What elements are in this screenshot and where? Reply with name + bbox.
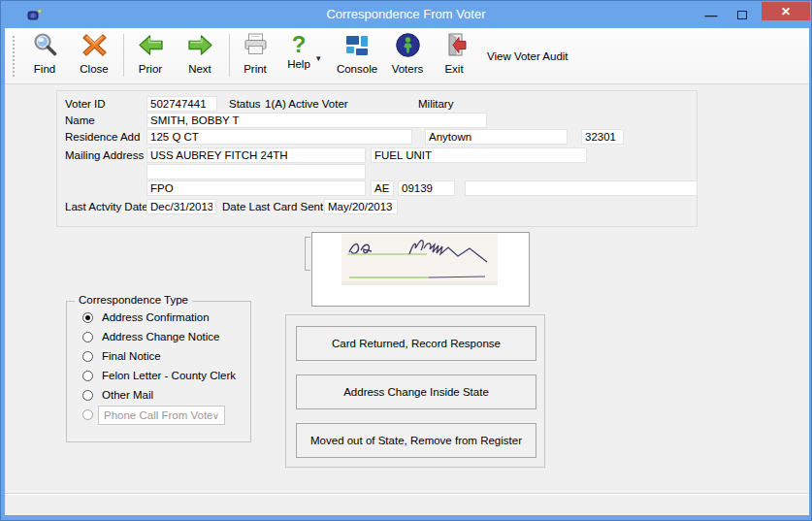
exit-door-icon xyxy=(441,32,468,62)
close-label: Close xyxy=(80,63,108,75)
address-change-inside-state-button[interactable]: Address Change Inside State xyxy=(296,374,536,409)
find-label: Find xyxy=(34,63,55,75)
signature-image xyxy=(312,233,529,306)
residence-street-input[interactable] xyxy=(146,129,412,145)
signature-frame-edge xyxy=(305,237,310,271)
radio-felon-letter[interactable]: Felon Letter - County Clerk xyxy=(82,370,236,381)
next-button[interactable]: Next xyxy=(178,28,222,83)
console-tiles-icon xyxy=(344,32,371,62)
last-activity-input[interactable] xyxy=(146,199,216,214)
voters-button[interactable]: Voters xyxy=(385,28,430,83)
military-label: Military xyxy=(418,98,453,110)
printer-icon xyxy=(243,32,269,62)
mailing-zip-input[interactable] xyxy=(398,180,455,196)
toolbar: Find Close Pri xyxy=(5,28,809,84)
maximize-button[interactable] xyxy=(730,7,755,22)
name-input[interactable] xyxy=(146,113,487,128)
close-button[interactable]: Close xyxy=(71,28,117,83)
maximize-icon xyxy=(737,11,747,19)
prior-button[interactable]: Prior xyxy=(128,28,173,83)
help-button[interactable]: ? Help xyxy=(279,28,318,83)
radio-other-mail[interactable]: Other Mail xyxy=(82,389,153,401)
radio-icon xyxy=(82,351,93,362)
radio-icon xyxy=(82,371,93,381)
correspondence-type-legend: Correspondence Type xyxy=(75,294,192,306)
radio-label: Felon Letter - County Clerk xyxy=(102,370,236,381)
bottom-divider xyxy=(5,493,809,495)
radio-final-notice[interactable]: Final Notice xyxy=(82,350,161,362)
toolbar-grip[interactable] xyxy=(13,36,15,77)
minimize-button[interactable]: — xyxy=(698,7,724,22)
name-label: Name xyxy=(65,114,95,126)
moved-out-of-state-button[interactable]: Moved out of State, Remove from Register xyxy=(296,423,536,458)
voters-icon xyxy=(395,32,421,62)
next-arrow-icon xyxy=(187,32,213,62)
radio-icon xyxy=(82,312,93,323)
view-voter-audit-label[interactable]: View Voter Audit xyxy=(487,50,568,62)
radio-label: Address Change Notice xyxy=(102,331,219,342)
toolbar-separator xyxy=(123,34,124,77)
print-label: Print xyxy=(244,63,267,75)
window-title: Correspondence From Voter xyxy=(1,7,811,21)
mailing-line1-input[interactable] xyxy=(146,147,366,163)
chevron-down-icon: ∨ xyxy=(212,410,219,421)
help-label: Help xyxy=(287,58,310,70)
voter-id-input[interactable] xyxy=(146,96,217,112)
prior-label: Prior xyxy=(139,63,162,75)
exit-button[interactable]: Exit xyxy=(433,28,475,83)
radio-icon xyxy=(82,390,93,401)
status-label: Status xyxy=(229,98,261,110)
residence-label: Residence Add xyxy=(65,131,140,143)
voters-label: Voters xyxy=(392,63,424,75)
radio-label: Final Notice xyxy=(102,350,161,362)
prior-arrow-icon xyxy=(138,32,164,62)
combo-value: Phone Call From Vote xyxy=(104,409,212,421)
print-button[interactable]: Print xyxy=(233,28,277,83)
radio-address-change-notice[interactable]: Address Change Notice xyxy=(82,331,219,342)
phone-call-combo[interactable]: Phone Call From Vote ∨ xyxy=(98,406,225,425)
help-dropdown-icon[interactable]: ▾ xyxy=(316,53,321,63)
close-window-button[interactable]: ✕ xyxy=(762,2,810,20)
find-button[interactable]: Find xyxy=(22,28,67,83)
toolbar-separator xyxy=(229,34,230,77)
client-area: Find Close Pri xyxy=(5,28,809,515)
app-window: Correspondence From Voter — ✕ Find xyxy=(0,0,812,521)
card-returned-button[interactable]: Card Returned, Record Response xyxy=(296,326,536,361)
radio-label: Address Confirmation xyxy=(102,311,210,323)
radio-label: Other Mail xyxy=(102,389,153,401)
help-icon: ? xyxy=(292,32,307,57)
mailing-extra-input[interactable] xyxy=(465,180,698,196)
radio-icon xyxy=(82,332,93,342)
status-value: 1(A) Active Voter xyxy=(265,98,348,110)
titlebar: Correspondence From Voter — ✕ xyxy=(1,1,811,28)
mailing-label: Mailing Address xyxy=(65,149,144,161)
actions-panel: Card Returned, Record Response Address C… xyxy=(285,314,545,468)
mailing-line3-input[interactable] xyxy=(146,180,366,196)
mailing-unit-input[interactable] xyxy=(371,147,587,163)
last-activity-label: Last Actvity Date xyxy=(65,201,148,212)
console-button[interactable]: Console xyxy=(329,28,385,83)
residence-city-input[interactable] xyxy=(425,129,568,145)
close-x-icon xyxy=(81,32,108,62)
date-last-card-label: Date Last Card Sent xyxy=(222,201,323,212)
mailing-line2-input[interactable] xyxy=(146,164,366,179)
radio-address-confirmation[interactable]: Address Confirmation xyxy=(82,311,210,323)
next-label: Next xyxy=(188,63,211,75)
residence-zip-input[interactable] xyxy=(581,129,624,145)
signature-box xyxy=(311,232,530,307)
voter-id-label: Voter ID xyxy=(65,98,106,110)
console-label: Console xyxy=(337,63,377,75)
radio-phone-call[interactable] xyxy=(82,409,93,420)
mailing-state-input[interactable] xyxy=(371,180,394,196)
exit-label: Exit xyxy=(444,63,463,75)
find-icon xyxy=(32,32,58,62)
date-last-card-input[interactable] xyxy=(324,199,398,214)
